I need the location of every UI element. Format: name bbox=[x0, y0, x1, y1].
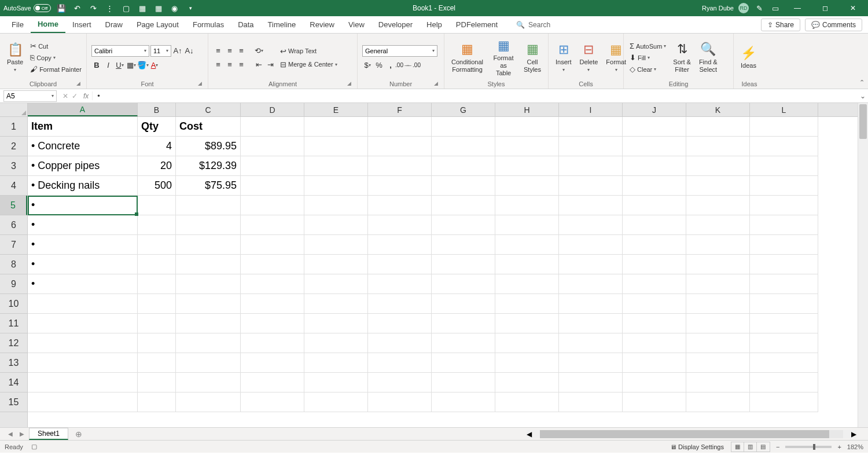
col-header-J[interactable]: J bbox=[623, 103, 686, 116]
cell-G13[interactable] bbox=[432, 353, 495, 373]
cell-L13[interactable] bbox=[750, 353, 818, 373]
cell-G6[interactable] bbox=[432, 215, 495, 235]
cell-B10[interactable] bbox=[138, 294, 176, 314]
cell-L6[interactable] bbox=[750, 215, 818, 235]
cell-E12[interactable] bbox=[304, 333, 368, 353]
tab-help[interactable]: Help bbox=[420, 17, 449, 32]
cell-E1[interactable] bbox=[304, 117, 368, 137]
cell-G8[interactable] bbox=[432, 255, 495, 274]
cell-A10[interactable] bbox=[28, 294, 138, 314]
cell-E14[interactable] bbox=[304, 373, 368, 392]
display-settings-button[interactable]: 🖥Display Settings bbox=[669, 443, 725, 451]
fill-color-button[interactable]: 🪣▾ bbox=[138, 60, 148, 71]
ribbon-display-icon[interactable]: ▭ bbox=[770, 2, 781, 14]
cell-H5[interactable] bbox=[495, 196, 559, 215]
tab-formulas[interactable]: Formulas bbox=[186, 17, 231, 32]
cell-C10[interactable] bbox=[176, 294, 241, 314]
cell-D4[interactable] bbox=[241, 176, 304, 196]
cell-A13[interactable] bbox=[28, 353, 138, 373]
tell-me-search[interactable]: 🔍Search bbox=[516, 21, 550, 29]
cell-H3[interactable] bbox=[495, 156, 559, 176]
cell-A14[interactable] bbox=[28, 373, 138, 392]
cell-J14[interactable] bbox=[623, 373, 686, 392]
cell-G14[interactable] bbox=[432, 373, 495, 392]
cell-J7[interactable] bbox=[623, 235, 686, 255]
enter-formula-icon[interactable]: ✓ bbox=[72, 92, 78, 100]
cell-F15[interactable] bbox=[368, 392, 432, 412]
minimize-button[interactable]: — bbox=[786, 0, 809, 16]
cell-K3[interactable] bbox=[686, 156, 750, 176]
cell-C3[interactable]: $129.39 bbox=[176, 156, 241, 176]
pen-icon[interactable]: ✎ bbox=[753, 2, 765, 14]
cell-L15[interactable] bbox=[750, 392, 818, 412]
cell-D8[interactable] bbox=[241, 255, 304, 274]
close-button[interactable]: ✕ bbox=[841, 0, 865, 16]
select-all-button[interactable] bbox=[0, 103, 28, 117]
cell-B2[interactable]: 4 bbox=[138, 137, 176, 156]
col-header-G[interactable]: G bbox=[432, 103, 495, 116]
cell-E15[interactable] bbox=[304, 392, 368, 412]
cell-K14[interactable] bbox=[686, 373, 750, 392]
number-format-select[interactable]: General▾ bbox=[362, 45, 437, 57]
delete-cells-button[interactable]: ⊟Delete▾ bbox=[578, 36, 601, 79]
tab-timeline[interactable]: Timeline bbox=[261, 17, 303, 32]
cell-A12[interactable] bbox=[28, 333, 138, 353]
increase-decimal-icon[interactable]: .00→ bbox=[397, 60, 407, 71]
cell-A6[interactable]: • bbox=[28, 215, 138, 235]
cell-A9[interactable]: • bbox=[28, 274, 138, 294]
col-header-L[interactable]: L bbox=[750, 103, 818, 116]
cell-L12[interactable] bbox=[750, 333, 818, 353]
fill-button[interactable]: ⬇Fill▾ bbox=[628, 53, 667, 63]
cell-K12[interactable] bbox=[686, 333, 750, 353]
sort-filter-button[interactable]: ⇅Sort & Filter bbox=[671, 36, 693, 79]
cell-J10[interactable] bbox=[623, 294, 686, 314]
macro-record-icon[interactable]: ▢ bbox=[31, 443, 37, 450]
row-header-11[interactable]: 11 bbox=[0, 314, 27, 333]
cell-E11[interactable] bbox=[304, 314, 368, 333]
cell-L4[interactable] bbox=[750, 176, 818, 196]
cell-B6[interactable] bbox=[138, 215, 176, 235]
cell-C14[interactable] bbox=[176, 373, 241, 392]
cell-K1[interactable] bbox=[686, 117, 750, 137]
cell-F13[interactable] bbox=[368, 353, 432, 373]
row-header-4[interactable]: 4 bbox=[0, 176, 27, 196]
cell-J5[interactable] bbox=[623, 196, 686, 215]
col-header-F[interactable]: F bbox=[368, 103, 432, 116]
cell-H2[interactable] bbox=[495, 137, 559, 156]
find-select-button[interactable]: 🔍Find & Select bbox=[697, 36, 720, 79]
tab-pdfelement[interactable]: PDFelement bbox=[449, 17, 505, 32]
increase-indent-icon[interactable]: ⇥ bbox=[265, 60, 275, 70]
cell-I12[interactable] bbox=[559, 333, 623, 353]
cell-I4[interactable] bbox=[559, 176, 623, 196]
cell-E8[interactable] bbox=[304, 255, 368, 274]
qat-icon3[interactable]: ▦ bbox=[137, 2, 148, 14]
row-header-15[interactable]: 15 bbox=[0, 392, 27, 412]
zoom-slider[interactable] bbox=[785, 446, 832, 448]
cut-button[interactable]: ✂Cut bbox=[29, 41, 83, 51]
cell-D1[interactable] bbox=[241, 117, 304, 137]
cell-H11[interactable] bbox=[495, 314, 559, 333]
cell-D10[interactable] bbox=[241, 294, 304, 314]
cell-A3[interactable]: • Copper pipes bbox=[28, 156, 138, 176]
cell-J15[interactable] bbox=[623, 392, 686, 412]
cell-F11[interactable] bbox=[368, 314, 432, 333]
cell-J3[interactable] bbox=[623, 156, 686, 176]
fx-icon[interactable]: fx bbox=[83, 92, 89, 100]
cell-F5[interactable] bbox=[368, 196, 432, 215]
qat-icon[interactable]: ⋮ bbox=[104, 2, 116, 14]
merge-center-button[interactable]: ⊟Merge & Center▾ bbox=[279, 60, 339, 69]
cell-J11[interactable] bbox=[623, 314, 686, 333]
cell-K4[interactable] bbox=[686, 176, 750, 196]
scroll-left-icon[interactable]: ◀ bbox=[527, 430, 532, 438]
cell-D2[interactable] bbox=[241, 137, 304, 156]
cell-L10[interactable] bbox=[750, 294, 818, 314]
cell-L9[interactable] bbox=[750, 274, 818, 294]
cell-E4[interactable] bbox=[304, 176, 368, 196]
col-header-K[interactable]: K bbox=[686, 103, 750, 116]
decrease-font-icon[interactable]: A↓ bbox=[184, 46, 194, 56]
cell-F2[interactable] bbox=[368, 137, 432, 156]
cell-D5[interactable] bbox=[241, 196, 304, 215]
cell-G15[interactable] bbox=[432, 392, 495, 412]
normal-view-icon[interactable]: ▦ bbox=[731, 442, 744, 452]
cell-C12[interactable] bbox=[176, 333, 241, 353]
